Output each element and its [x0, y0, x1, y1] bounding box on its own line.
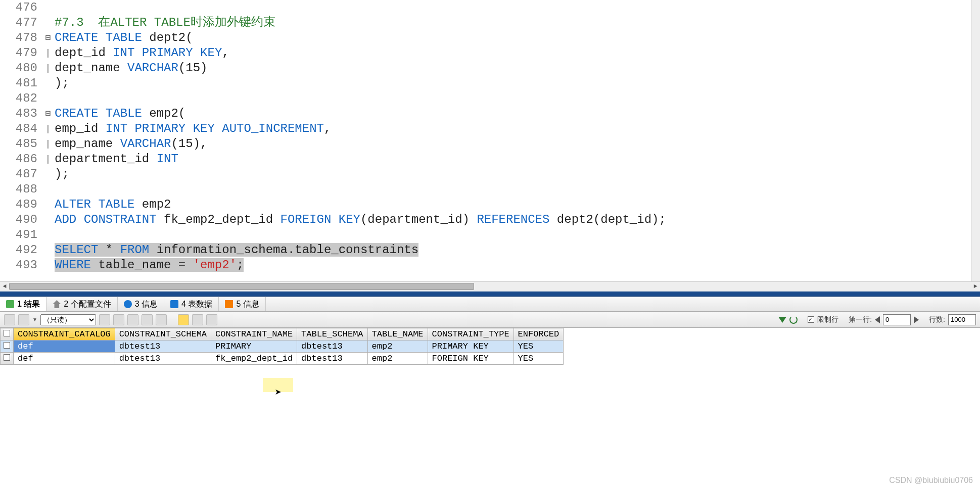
horizontal-scrollbar[interactable]: ◄ ► [0, 281, 980, 291]
flag-icon [225, 300, 233, 308]
watermark: CSDN @biubiubiu0706 [889, 476, 973, 485]
table-cell[interactable]: emp2 [367, 353, 428, 365]
column-header[interactable]: CONSTRAINT_SCHEMA [115, 328, 211, 340]
dropdown-icon[interactable]: ▼ [32, 317, 37, 322]
limit-rows-label: 限制行 [817, 315, 838, 324]
view-form-button[interactable] [192, 314, 203, 325]
column-header[interactable]: CONSTRAINT_TYPE [428, 328, 514, 340]
code-line[interactable] [55, 0, 980, 15]
row-checkbox[interactable] [1, 353, 14, 365]
column-header[interactable]: TABLE_SCHEMA [297, 328, 367, 340]
tab-3信息[interactable]: 3 信息 [118, 297, 164, 311]
next-page-icon[interactable] [914, 316, 919, 323]
select-all-checkbox[interactable] [1, 328, 14, 340]
grid-options-button[interactable] [18, 314, 29, 325]
results-table[interactable]: CONSTRAINT_CATALOGCONSTRAINT_SCHEMACONST… [0, 328, 564, 365]
code-line[interactable] [55, 182, 980, 197]
column-header[interactable]: TABLE_NAME [367, 328, 428, 340]
code-line[interactable]: ADD CONSTRAINT fk_emp2_dept_id FOREIGN K… [55, 212, 980, 227]
home-icon [53, 300, 61, 308]
code-line[interactable]: ); [55, 167, 980, 182]
code-line[interactable]: WHERE table_name = 'emp2'; [55, 258, 980, 273]
table-row[interactable]: defdbtest13PRIMARYdbtest13emp2PRIMARY KE… [1, 340, 564, 353]
fold-collapse-icon[interactable]: ⊟ [41, 106, 55, 121]
fold-column[interactable]: ⊟||⊟||| [41, 0, 55, 281]
cancel-button[interactable] [156, 314, 167, 325]
line-number: 486 [0, 152, 37, 167]
line-number: 493 [0, 258, 37, 273]
row-count-input[interactable] [948, 314, 976, 325]
delete-button[interactable] [142, 314, 153, 325]
tab-5信息[interactable]: 5 信息 [219, 297, 265, 311]
tab-2个配置文件[interactable]: 2 个配置文件 [46, 297, 117, 311]
reload-icon[interactable] [789, 316, 798, 324]
row-checkbox[interactable] [1, 340, 14, 353]
code-area[interactable]: #7.3 在ALTER TABLE时添加外键约束CREATE TABLE dep… [55, 0, 980, 281]
code-line[interactable]: emp_name VARCHAR(15), [55, 136, 980, 152]
line-number: 478 [0, 30, 37, 45]
code-line[interactable]: #7.3 在ALTER TABLE时添加外键约束 [55, 15, 980, 30]
table-cell[interactable]: def [14, 340, 115, 353]
table-cell[interactable]: dbtest13 [115, 340, 211, 353]
export-button[interactable] [4, 314, 15, 325]
line-number: 482 [0, 91, 37, 106]
panel-separator[interactable] [0, 291, 980, 297]
scroll-left-icon[interactable]: ◄ [0, 282, 9, 291]
tab-label: 3 信息 [135, 299, 158, 310]
line-number: 481 [0, 76, 37, 91]
fold-collapse-icon[interactable]: ⊟ [41, 30, 55, 45]
tab-4表数据[interactable]: 4 表数据 [164, 297, 219, 311]
table-cell[interactable]: PRIMARY [211, 340, 297, 353]
prev-page-icon[interactable] [875, 316, 880, 323]
code-line[interactable]: emp_id INT PRIMARY KEY AUTO_INCREMENT, [55, 121, 980, 136]
code-line[interactable] [55, 91, 980, 106]
code-line[interactable]: dept_name VARCHAR(15) [55, 61, 980, 76]
code-line[interactable]: CREATE TABLE dept2( [55, 30, 980, 45]
readonly-select[interactable]: （只读） [40, 314, 96, 325]
copy-button[interactable] [99, 314, 110, 325]
tab-1结果[interactable]: 1 结果 [0, 297, 46, 311]
line-number-gutter: 4764774784794804814824834844854864874884… [0, 0, 41, 281]
column-header[interactable]: ENFORCED [514, 328, 564, 340]
vertical-scrollbar[interactable] [971, 0, 980, 281]
code-line[interactable]: CREATE TABLE emp2( [55, 106, 980, 121]
tab-label: 4 表数据 [181, 299, 212, 310]
column-header[interactable]: CONSTRAINT_CATALOG [14, 328, 115, 340]
line-number: 492 [0, 242, 37, 258]
scroll-thumb[interactable] [9, 283, 474, 290]
line-number: 483 [0, 106, 37, 121]
save-button[interactable] [127, 314, 138, 325]
refresh-button[interactable] [113, 314, 124, 325]
table-cell[interactable]: YES [514, 340, 564, 353]
code-line[interactable]: ); [55, 76, 980, 91]
limit-rows-checkbox[interactable] [808, 316, 814, 323]
view-text-button[interactable] [206, 314, 217, 325]
table-cell[interactable]: dbtest13 [115, 353, 211, 365]
code-line[interactable]: dept_id INT PRIMARY KEY, [55, 45, 980, 61]
filter-icon[interactable] [778, 317, 786, 323]
fold-guide [41, 167, 55, 182]
table-cell[interactable]: dbtest13 [297, 340, 367, 353]
line-number: 476 [0, 0, 37, 15]
table-cell[interactable]: PRIMARY KEY [428, 340, 514, 353]
table-row[interactable]: defdbtest13fk_emp2_dept_iddbtest13emp2FO… [1, 353, 564, 365]
line-number: 484 [0, 121, 37, 136]
table-cell[interactable]: fk_emp2_dept_id [211, 353, 297, 365]
table-cell[interactable]: def [14, 353, 115, 365]
table-cell[interactable]: FOREIGN KEY [428, 353, 514, 365]
column-header[interactable]: CONSTRAINT_NAME [211, 328, 297, 340]
line-number: 477 [0, 15, 37, 30]
table-cell[interactable]: emp2 [367, 340, 428, 353]
scroll-right-icon[interactable]: ► [971, 282, 980, 291]
table-cell[interactable]: dbtest13 [297, 353, 367, 365]
code-line[interactable]: SELECT * FROM information_schema.table_c… [55, 242, 980, 258]
fold-guide [41, 242, 55, 258]
code-line[interactable]: ALTER TABLE emp2 [55, 197, 980, 212]
view-grid-button[interactable] [178, 314, 189, 325]
first-row-input[interactable] [883, 314, 911, 325]
code-line[interactable] [55, 227, 980, 242]
code-editor[interactable]: 4764774784794804814824834844854864874884… [0, 0, 980, 281]
code-line[interactable]: department_id INT [55, 152, 980, 167]
fold-guide [41, 227, 55, 242]
table-cell[interactable]: YES [514, 353, 564, 365]
